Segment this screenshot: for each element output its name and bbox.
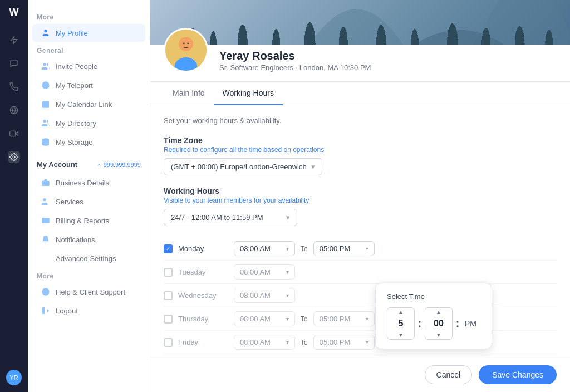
hour-input[interactable]: 5 (387, 316, 414, 331)
general-title: General (28, 42, 150, 57)
period-label: PM (465, 319, 476, 328)
profile-banner (150, 0, 570, 45)
profile-header: Yeray Rosales Sr. Software Engineers · L… (150, 45, 570, 82)
cancel-button[interactable]: Cancel (425, 365, 473, 384)
colon-separator: : (418, 318, 421, 330)
help-icon (41, 287, 50, 296)
days-list: Monday 08:00 AM ▾ To 05:00 PM ▾ Tuesday … (164, 237, 557, 357)
svg-point-30 (187, 43, 189, 45)
briefcase-icon (41, 178, 50, 187)
minutes-down-button[interactable]: ▼ (434, 331, 444, 339)
thursday-label: Thursday (178, 315, 228, 323)
hour-down-arrows: ▼ (396, 331, 406, 339)
sidebar-item-services[interactable]: Services (32, 193, 145, 210)
nav-chat-icon[interactable] (8, 57, 20, 70)
profile-avatar (164, 28, 208, 72)
sidebar-item-directory[interactable]: My Directory (32, 114, 145, 132)
nav-globe-icon[interactable] (8, 104, 20, 116)
sidebar-item-help[interactable]: Help & Client Support (32, 283, 145, 301)
friday-from-select[interactable]: 08:00 AM ▾ (234, 335, 295, 350)
day-row-saturday: Saturday 08:00 AM ▾ To 05:00 PM ▾ (164, 354, 557, 357)
day-row-tuesday: Tuesday 08:00 AM ▾ Select Time ▲ 5 (164, 261, 557, 284)
hour-arrows: ▲ (396, 308, 406, 316)
sidebar-item-label: My Profile (56, 29, 88, 37)
minutes-up-button[interactable]: ▲ (434, 308, 444, 316)
tab-working-hours[interactable]: Working Hours (214, 82, 283, 105)
nav-settings-icon[interactable] (8, 151, 20, 163)
sidebar-item-label: Help & Client Support (56, 288, 125, 296)
nav-video-icon[interactable] (8, 128, 20, 140)
sidebar-item-label: Notifications (56, 236, 95, 244)
timezone-select[interactable]: (GMT + 00:00) Europe/London-Greenwich ▾ (164, 158, 322, 175)
timezone-value: (GMT + 00:00) Europe/London-Greenwich (171, 163, 307, 171)
chevron-down-icon: ▾ (286, 246, 289, 252)
wednesday-label: Wednesday (178, 291, 228, 300)
nav-phone-icon[interactable] (8, 81, 20, 93)
sidebar-item-business[interactable]: Business Details (32, 174, 145, 192)
svg-point-16 (43, 198, 46, 201)
thursday-checkbox[interactable] (164, 315, 173, 324)
monday-checkbox[interactable] (164, 244, 173, 253)
friday-to-select[interactable]: 05:00 PM ▾ (313, 335, 375, 350)
svg-point-13 (43, 120, 46, 122)
svg-rect-9 (42, 101, 49, 108)
schedule-value: 24/7 - 12:00 AM to 11:59 PM (171, 213, 263, 222)
profile-subtitle: Sr. Software Engineers · London, MA 10:3… (219, 63, 371, 72)
svg-point-5 (44, 30, 47, 32)
chevron-down-icon: ▾ (286, 339, 289, 345)
schedule-select[interactable]: 24/7 - 12:00 AM to 11:59 PM ▾ (164, 209, 297, 226)
calendar-icon (41, 100, 50, 109)
sidebar-item-logout[interactable]: Logout (32, 302, 145, 320)
tab-main-info[interactable]: Main Info (164, 82, 214, 105)
sidebar-item-label: Business Details (56, 179, 109, 187)
save-button[interactable]: Save Changes (479, 365, 557, 384)
chevron-down-icon: ▾ (311, 163, 315, 171)
directory-icon (41, 119, 50, 128)
sidebar-item-my-profile[interactable]: My Profile (32, 24, 145, 42)
logout-icon (41, 306, 50, 315)
user-avatar-nav[interactable]: YR (6, 370, 22, 385)
friday-checkbox[interactable] (164, 338, 173, 347)
nav-lightning-icon[interactable] (8, 34, 20, 46)
chevron-down-icon: ▾ (286, 316, 289, 322)
sidebar-item-label: My Teleport (56, 81, 93, 90)
to-label-thu: To (301, 315, 308, 323)
time-picker-label: Select Time (387, 292, 480, 301)
thursday-from-select[interactable]: 08:00 AM ▾ (234, 311, 295, 326)
services-icon (41, 197, 50, 206)
tuesday-from-select[interactable]: 08:00 AM ▾ (234, 264, 295, 280)
hour-down-button[interactable]: ▼ (396, 331, 406, 339)
svg-marker-2 (16, 132, 18, 136)
sidebar-item-calendar[interactable]: My Calendar Link (32, 95, 145, 113)
monday-from-select[interactable]: 08:00 AM ▾ (234, 241, 295, 256)
sidebar-item-invite[interactable]: Invite People (32, 57, 145, 75)
app-logo: W (9, 7, 19, 18)
thursday-to-select[interactable]: 05:00 PM ▾ (313, 311, 375, 326)
schedule-field: Working Hours Visible to your team membe… (164, 187, 557, 226)
sidebar-item-advanced[interactable]: Advanced Settings (32, 249, 145, 267)
monday-to-select[interactable]: 05:00 PM ▾ (313, 241, 375, 256)
day-row-wednesday: Wednesday 08:00 AM ▾ (164, 284, 557, 307)
time-picker-controls: ▲ 5 ▼ : ▲ 00 (387, 307, 480, 340)
banner-trees (150, 6, 570, 45)
minutes-input-group: ▲ 00 ▼ (425, 307, 453, 340)
sidebar-item-storage[interactable]: My Storage (32, 133, 145, 151)
sidebar-item-notifications[interactable]: Notifications (32, 231, 145, 248)
wednesday-checkbox[interactable] (164, 291, 173, 300)
tuesday-checkbox[interactable] (164, 268, 173, 277)
sidebar-item-label: My Storage (56, 138, 92, 146)
sidebar-item-teleport[interactable]: My Teleport (32, 76, 145, 94)
minutes-input[interactable]: 00 (425, 316, 452, 331)
wednesday-from-select[interactable]: 08:00 AM ▾ (234, 288, 295, 303)
bell-icon (41, 235, 50, 244)
teleport-icon (41, 81, 50, 90)
sidebar-item-label: Invite People (56, 62, 97, 71)
to-label-fri: To (301, 339, 308, 346)
svg-point-6 (43, 63, 46, 66)
colon-separator-2: : (456, 318, 459, 330)
storage-icon (41, 138, 50, 146)
friday-label: Friday (178, 338, 228, 346)
schedule-hint: Visible to your team members for your av… (164, 197, 557, 204)
hour-up-button[interactable]: ▲ (396, 308, 406, 316)
sidebar-item-billing[interactable]: Billing & Reports (32, 212, 145, 229)
